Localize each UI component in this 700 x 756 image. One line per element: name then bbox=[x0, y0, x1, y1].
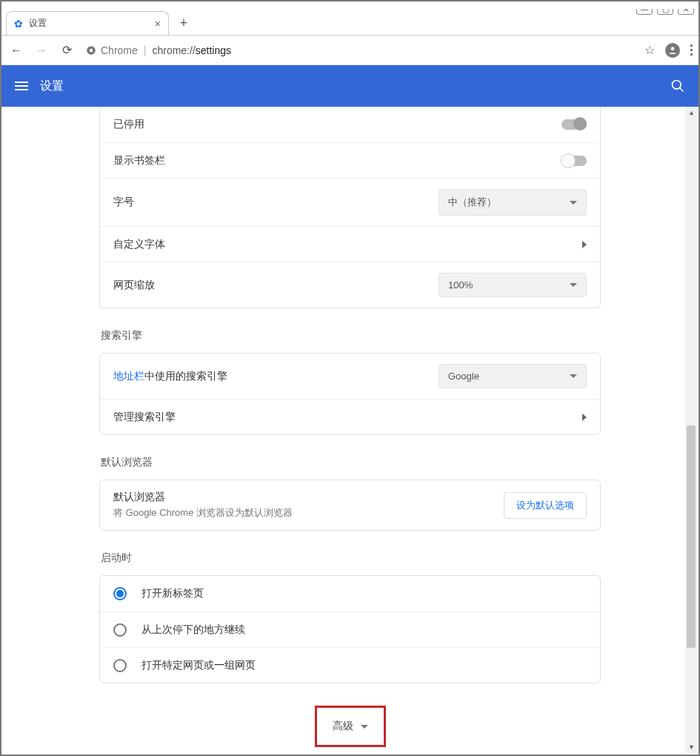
chevron-down-icon bbox=[570, 283, 577, 287]
appearance-card: 已停用 显示书签栏 字号 中（推荐） 自定义字体 网页缩放 100% bbox=[99, 107, 601, 308]
omnibox[interactable]: Chrome | chrome://settings bbox=[83, 44, 637, 56]
radio-icon[interactable] bbox=[113, 623, 127, 637]
label: 自定义字体 bbox=[113, 238, 582, 251]
label: 打开新标签页 bbox=[141, 587, 204, 600]
chevron-down-icon bbox=[570, 201, 577, 205]
row-font-size[interactable]: 字号 中（推荐） bbox=[100, 178, 600, 226]
svg-point-2 bbox=[671, 47, 675, 50]
chevron-down-icon bbox=[361, 725, 368, 729]
label: 字号 bbox=[113, 196, 439, 209]
section-search-engine: 搜索引擎 bbox=[101, 329, 601, 342]
set-default-button[interactable]: 设为默认选项 bbox=[504, 492, 587, 519]
svg-point-1 bbox=[90, 48, 93, 52]
page-title: 设置 bbox=[40, 79, 64, 94]
search-card: 地址栏中使用的搜索引擎 Google 管理搜索引擎 bbox=[99, 353, 601, 435]
select-value: 100% bbox=[448, 279, 473, 291]
chevron-down-icon bbox=[570, 374, 577, 378]
row-show-bookmarks[interactable]: 显示书签栏 bbox=[100, 142, 600, 178]
label: 从上次停下的地方继续 bbox=[141, 623, 245, 637]
svg-line-4 bbox=[680, 88, 684, 92]
select-value: Google bbox=[448, 371, 479, 382]
vertical-scrollbar[interactable]: ▲ ▼ bbox=[685, 107, 697, 753]
label: 显示书签栏 bbox=[113, 154, 561, 168]
radio-open-new-tab[interactable]: 打开新标签页 bbox=[100, 576, 600, 611]
profile-avatar[interactable] bbox=[665, 43, 680, 58]
description: 将 Google Chrome 浏览器设为默认浏览器 bbox=[113, 506, 504, 520]
chevron-right-icon bbox=[582, 414, 587, 421]
search-icon[interactable] bbox=[670, 79, 685, 93]
row-default-browser: 默认浏览器 将 Google Chrome 浏览器设为默认浏览器 设为默认选项 bbox=[100, 480, 600, 530]
browser-tab-settings[interactable]: ✿ 设置 × bbox=[6, 11, 169, 35]
row-disabled[interactable]: 已停用 bbox=[100, 107, 600, 142]
radio-icon[interactable] bbox=[113, 587, 127, 600]
radio-continue[interactable]: 从上次停下的地方继续 bbox=[100, 611, 600, 647]
label: 地址栏中使用的搜索引擎 bbox=[113, 370, 439, 383]
titlebar bbox=[1, 1, 699, 9]
label: 打开特定网页或一组网页 bbox=[141, 659, 256, 672]
back-button[interactable]: ← bbox=[7, 44, 25, 57]
address-bar-link[interactable]: 地址栏 bbox=[113, 370, 144, 382]
settings-appbar: 设置 bbox=[1, 65, 699, 107]
label: 默认浏览器 bbox=[113, 491, 504, 504]
chevron-right-icon bbox=[582, 241, 587, 248]
menu-icon[interactable] bbox=[15, 82, 28, 90]
label: 网页缩放 bbox=[113, 279, 439, 292]
radio-icon[interactable] bbox=[113, 659, 127, 672]
scroll-up-icon[interactable]: ▲ bbox=[688, 109, 695, 116]
tab-strip: ✿ 设置 × + bbox=[1, 9, 699, 36]
advanced-button[interactable]: 高级 bbox=[315, 706, 386, 747]
startup-card: 打开新标签页 从上次停下的地方继续 打开特定网页或一组网页 bbox=[99, 575, 601, 683]
font-size-select[interactable]: 中（推荐） bbox=[439, 189, 587, 216]
tab-title: 设置 bbox=[29, 17, 47, 30]
search-engine-select[interactable]: Google bbox=[439, 364, 587, 388]
row-page-zoom[interactable]: 网页缩放 100% bbox=[100, 262, 600, 308]
forward-button[interactable]: → bbox=[33, 44, 50, 57]
label: 管理搜索引擎 bbox=[113, 411, 582, 424]
toggle-bookmarks[interactable] bbox=[561, 156, 587, 166]
site-info-icon[interactable]: Chrome bbox=[86, 44, 138, 56]
address-bar: ← → ⟳ Chrome | chrome://settings ☆ bbox=[1, 36, 699, 65]
label: 高级 bbox=[333, 720, 353, 733]
row-search-engine[interactable]: 地址栏中使用的搜索引擎 Google bbox=[100, 354, 600, 399]
row-manage-search[interactable]: 管理搜索引擎 bbox=[100, 399, 600, 434]
select-value: 中（推荐） bbox=[448, 196, 496, 209]
scroll-down-icon[interactable]: ▼ bbox=[688, 743, 695, 751]
url-display: chrome://settings bbox=[152, 44, 231, 56]
zoom-select[interactable]: 100% bbox=[439, 273, 587, 297]
new-tab-button[interactable]: + bbox=[173, 13, 194, 33]
browser-menu-button[interactable] bbox=[690, 44, 693, 56]
label: 已停用 bbox=[113, 118, 561, 131]
tab-close-button[interactable]: × bbox=[155, 18, 161, 30]
radio-specific-pages[interactable]: 打开特定网页或一组网页 bbox=[100, 647, 600, 683]
section-startup: 启动时 bbox=[101, 551, 601, 565]
scroll-thumb[interactable] bbox=[687, 425, 696, 648]
gear-icon: ✿ bbox=[14, 18, 23, 30]
section-default-browser: 默认浏览器 bbox=[101, 456, 601, 469]
default-browser-card: 默认浏览器 将 Google Chrome 浏览器设为默认浏览器 设为默认选项 bbox=[99, 480, 601, 531]
reload-button[interactable]: ⟳ bbox=[58, 43, 76, 57]
host-label: Chrome bbox=[101, 44, 138, 56]
separator: | bbox=[144, 44, 147, 56]
bookmark-star-icon[interactable]: ☆ bbox=[644, 43, 655, 57]
row-custom-fonts[interactable]: 自定义字体 bbox=[100, 226, 600, 262]
svg-point-3 bbox=[673, 81, 681, 90]
toggle-disabled[interactable] bbox=[561, 119, 587, 130]
